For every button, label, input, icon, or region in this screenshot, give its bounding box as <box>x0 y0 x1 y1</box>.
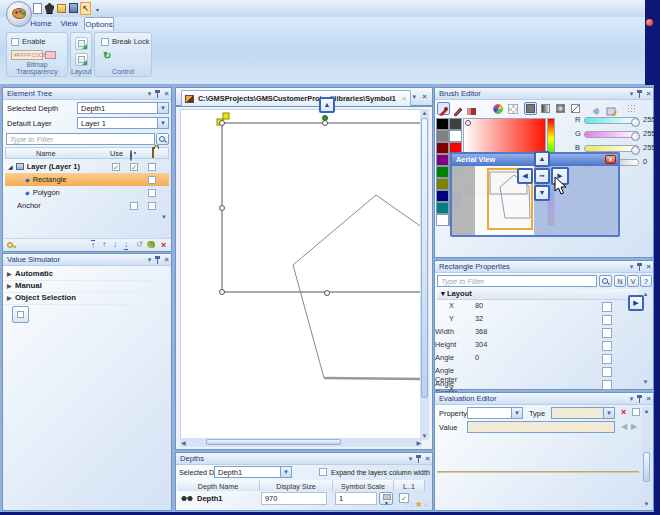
tab-view[interactable]: View <box>57 17 81 30</box>
use-checkbox[interactable]: ✓ <box>112 163 120 171</box>
property-checkbox[interactable] <box>602 328 612 338</box>
delete-icon[interactable]: × <box>424 501 428 508</box>
scale-factor-cell[interactable]: 1 <box>335 492 377 505</box>
visible-checkbox[interactable]: ✓ <box>130 163 138 171</box>
chevron-down-icon[interactable]: ▼ <box>603 408 614 418</box>
pin-icon[interactable] <box>416 455 421 463</box>
pin-icon[interactable] <box>637 90 642 98</box>
property-row[interactable]: Width368 <box>435 327 639 340</box>
tree-row-label[interactable]: Layer (Layer 1) <box>27 162 80 171</box>
tree-row-anchor[interactable]: Anchor <box>5 199 169 212</box>
break-lock-checkbox[interactable]: Break Lock <box>101 37 150 46</box>
pink-color-swatch[interactable] <box>45 51 56 59</box>
new-document-icon[interactable] <box>33 3 42 14</box>
close-icon[interactable]: × <box>646 262 651 271</box>
apply-brush-icon[interactable] <box>590 102 603 115</box>
document-tab[interactable]: C:\GMSProjects\GMSCustomerProject\librar… <box>181 90 411 106</box>
dock-guide-right-edge-icon[interactable]: ▶ <box>628 295 644 311</box>
document-tab-title[interactable]: C:\GMSProjects\GMSCustomerProject\librar… <box>198 94 396 103</box>
scroll-down-icon[interactable]: ▼ <box>641 379 650 385</box>
tree-filter-input[interactable]: Type to Filter <box>6 133 155 145</box>
tree-header[interactable]: Name Use <box>5 147 169 159</box>
vertical-scroll-thumb[interactable] <box>421 118 428 398</box>
drawing-surface[interactable] <box>181 110 423 441</box>
transparent-pattern-icon[interactable] <box>506 102 519 115</box>
slider-thumb[interactable] <box>631 118 640 127</box>
key-icon[interactable] <box>7 241 17 250</box>
close-icon[interactable]: × <box>605 155 616 164</box>
horizontal-scroll-thumb[interactable] <box>206 439 341 445</box>
enable-checkbox-box[interactable] <box>11 38 19 46</box>
col-layer1[interactable]: L..1 <box>394 480 425 491</box>
tree-row-label[interactable]: Polygon <box>33 188 60 197</box>
property-checkbox[interactable] <box>602 354 612 364</box>
select-cursor-icon[interactable]: ↖ <box>81 3 90 14</box>
dotted-grid-icon[interactable] <box>625 102 638 115</box>
property-combo[interactable]: ▼ <box>467 407 523 419</box>
filter-v-button[interactable]: V <box>627 275 639 287</box>
property-value[interactable]: 0 <box>475 353 479 362</box>
property-row[interactable]: Angle Center X <box>435 366 639 379</box>
property-row[interactable]: Y32 <box>435 314 639 327</box>
dock-guide-down-icon[interactable]: ▼ <box>534 185 550 201</box>
edit-image-icon[interactable] <box>605 102 618 115</box>
lock-checkbox[interactable] <box>148 202 156 210</box>
scroll-left-icon[interactable]: ◀ <box>181 439 186 446</box>
dock-guide-left-icon[interactable]: ◀ <box>517 168 533 184</box>
application-orb-button[interactable] <box>6 1 32 27</box>
chevron-down-icon[interactable]: ▼ <box>157 118 168 128</box>
rotate-handle-icon[interactable] <box>323 116 328 121</box>
palette-swatch[interactable] <box>449 118 462 130</box>
palette-swatch[interactable] <box>436 130 449 142</box>
canvas-area[interactable]: ▲ ▼ ◀ ▶ <box>175 106 433 450</box>
palette-icon[interactable] <box>147 241 155 248</box>
vertical-scrollbar[interactable]: ▲ ▼ <box>642 407 651 508</box>
help-button[interactable]: ? <box>640 275 652 287</box>
green-slider[interactable] <box>584 131 639 138</box>
resize-handle-icon[interactable] <box>325 291 330 296</box>
slider-thumb[interactable] <box>631 132 640 141</box>
layout-save-icon[interactable] <box>75 37 88 50</box>
property-checkbox[interactable] <box>602 367 612 377</box>
linear-gradient-icon[interactable] <box>539 102 552 115</box>
slider-thumb[interactable] <box>631 146 640 155</box>
resize-handle-icon[interactable] <box>220 290 225 295</box>
close-icon[interactable]: × <box>164 255 169 264</box>
property-value[interactable]: 32 <box>475 314 483 323</box>
expand-layers-checkbox[interactable] <box>319 468 327 476</box>
dock-guide-top-icon[interactable]: ▲ <box>319 97 335 113</box>
tab-list-icon[interactable]: ▾ <box>412 93 416 101</box>
palette-swatch[interactable] <box>436 142 449 154</box>
horizontal-scrollbar[interactable]: ◀ ▶ <box>180 438 422 447</box>
type-combo[interactable]: ▼ <box>551 407 615 419</box>
layout-load-icon[interactable] <box>75 53 88 66</box>
pen-brush-icon[interactable] <box>451 102 464 115</box>
scroll-down-icon[interactable]: ▼ <box>642 501 651 507</box>
value-field[interactable] <box>467 421 615 433</box>
vertical-scroll-thumb[interactable] <box>643 452 650 482</box>
default-layer-combo[interactable]: Layer 1▼ <box>77 117 169 129</box>
palette-swatch[interactable] <box>449 130 462 142</box>
expander-icon[interactable]: ◢ <box>8 163 13 170</box>
scale-spinner-button[interactable]: ▼ <box>379 492 393 505</box>
lock-checkbox[interactable] <box>148 189 156 197</box>
property-checkbox[interactable] <box>602 315 612 325</box>
pin-icon[interactable] <box>637 263 642 271</box>
color-wheel-icon[interactable] <box>491 102 504 115</box>
tab-close-icon[interactable]: × <box>402 94 406 103</box>
radial-gradient-icon[interactable] <box>554 102 567 115</box>
property-checkbox[interactable] <box>602 341 612 351</box>
anchor-handle-icon[interactable] <box>223 113 229 119</box>
scroll-up-icon[interactable]: ▲ <box>642 408 651 414</box>
palette-swatch[interactable] <box>436 190 449 202</box>
enable-checkbox[interactable]: Enable <box>11 37 45 46</box>
tab-home[interactable]: Home <box>29 17 53 30</box>
dock-guide-up-icon[interactable]: ▲ <box>534 151 550 167</box>
tab-options[interactable]: Options <box>84 17 114 30</box>
depth-name-cell[interactable]: Depth1 <box>197 494 222 503</box>
palette-swatch[interactable] <box>436 154 449 166</box>
col-depth-name[interactable]: Depth Name <box>177 480 260 491</box>
property-row[interactable]: Angle Center Y <box>435 379 639 392</box>
resize-handle-icon[interactable] <box>220 121 225 126</box>
layout-section-header[interactable]: ▾ Layout <box>437 289 639 300</box>
